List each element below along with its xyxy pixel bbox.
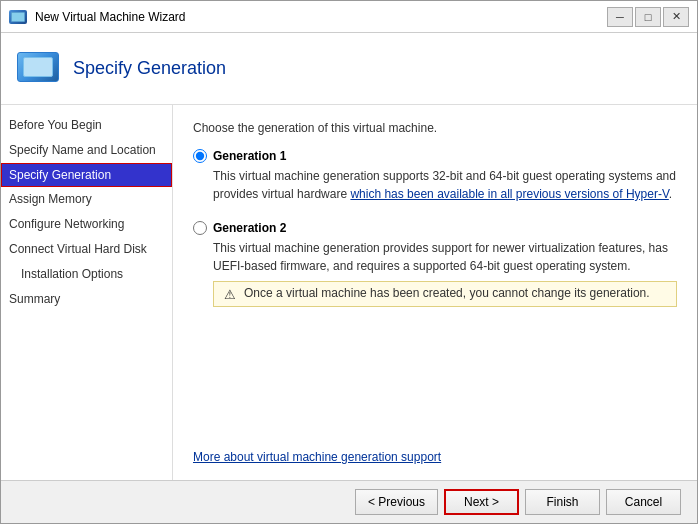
close-button[interactable]: ✕ (663, 7, 689, 27)
page-title: Specify Generation (73, 58, 226, 79)
generation-2-option: Generation 2 This virtual machine genera… (193, 221, 677, 307)
generation-1-name: Generation 1 (213, 149, 286, 163)
sidebar: Before You Begin Specify Name and Locati… (1, 105, 173, 480)
virtual-hardware-link[interactable]: which has been available in all previous… (350, 187, 668, 201)
sidebar-item-specify-name[interactable]: Specify Name and Location (1, 138, 172, 163)
generation-1-label[interactable]: Generation 1 (193, 149, 677, 163)
cancel-button[interactable]: Cancel (606, 489, 681, 515)
generation-2-radio[interactable] (193, 221, 207, 235)
generation-1-desc: This virtual machine generation supports… (213, 167, 677, 203)
header-area: Specify Generation (1, 33, 697, 105)
header-icon (17, 52, 59, 86)
warning-text: Once a virtual machine has been created,… (244, 286, 650, 300)
title-bar-controls: ─ □ ✕ (607, 7, 689, 27)
title-bar: New Virtual Machine Wizard ─ □ ✕ (1, 1, 697, 33)
minimize-button[interactable]: ─ (607, 7, 633, 27)
next-button[interactable]: Next > (444, 489, 519, 515)
sidebar-item-summary[interactable]: Summary (1, 287, 172, 312)
window: New Virtual Machine Wizard ─ □ ✕ Specify… (0, 0, 698, 524)
window-icon (9, 10, 27, 24)
sidebar-item-before-you-begin[interactable]: Before You Begin (1, 113, 172, 138)
generation-2-desc: This virtual machine generation provides… (213, 239, 677, 275)
generation-1-radio[interactable] (193, 149, 207, 163)
more-link[interactable]: More about virtual machine generation su… (193, 450, 441, 464)
maximize-button[interactable]: □ (635, 7, 661, 27)
sidebar-item-specify-generation[interactable]: Specify Generation (1, 163, 172, 188)
previous-button[interactable]: < Previous (355, 489, 438, 515)
spacer (193, 319, 677, 434)
window-title: New Virtual Machine Wizard (35, 10, 186, 24)
right-panel: Choose the generation of this virtual ma… (173, 105, 697, 480)
finish-button[interactable]: Finish (525, 489, 600, 515)
sidebar-item-assign-memory[interactable]: Assign Memory (1, 187, 172, 212)
content-area: Specify Generation Before You Begin Spec… (1, 33, 697, 480)
link-area: More about virtual machine generation su… (193, 442, 677, 464)
warning-box: ⚠ Once a virtual machine has been create… (213, 281, 677, 307)
generation-2-name: Generation 2 (213, 221, 286, 235)
generation-1-option: Generation 1 This virtual machine genera… (193, 149, 677, 209)
main-content: Before You Begin Specify Name and Locati… (1, 105, 697, 480)
sidebar-item-connect-vhd[interactable]: Connect Virtual Hard Disk (1, 237, 172, 262)
sidebar-item-configure-networking[interactable]: Configure Networking (1, 212, 172, 237)
footer: < Previous Next > Finish Cancel (1, 480, 697, 523)
generation-2-label[interactable]: Generation 2 (193, 221, 677, 235)
title-bar-left: New Virtual Machine Wizard (9, 10, 186, 24)
header-icon-inner (17, 52, 59, 82)
warning-icon: ⚠ (222, 286, 238, 302)
sidebar-item-installation-options[interactable]: Installation Options (1, 262, 172, 287)
instruction-text: Choose the generation of this virtual ma… (193, 121, 677, 135)
